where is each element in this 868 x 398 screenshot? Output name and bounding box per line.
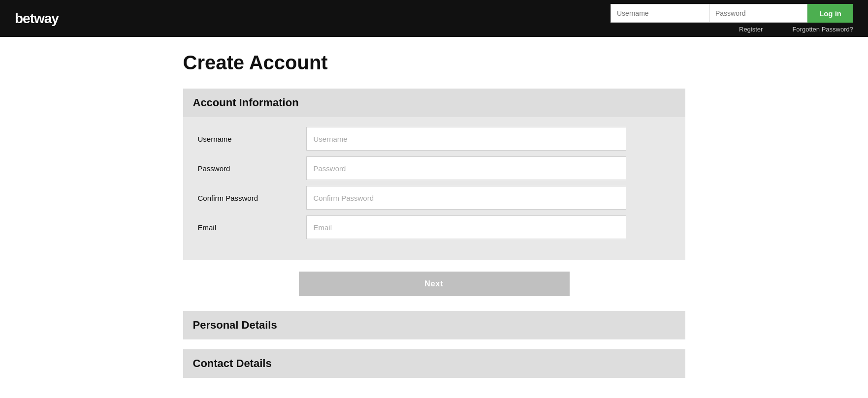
login-button[interactable]: Log in: [807, 4, 853, 23]
contact-details-section: Contact Details: [183, 349, 685, 378]
register-link[interactable]: Register: [739, 26, 763, 33]
next-button-wrapper: Next: [183, 272, 685, 296]
email-field[interactable]: [306, 215, 626, 239]
next-button[interactable]: Next: [299, 272, 570, 296]
personal-details-header: Personal Details: [183, 311, 685, 339]
contact-details-header: Contact Details: [183, 349, 685, 378]
confirm-password-row: Confirm Password: [198, 186, 671, 210]
password-label: Password: [198, 164, 306, 173]
logo: betway: [15, 11, 59, 27]
username-field[interactable]: [306, 127, 626, 151]
header: betway Log in Register Forgotten Passwor…: [0, 0, 868, 37]
page-title: Create Account: [183, 52, 685, 74]
password-row: Password: [198, 156, 671, 180]
email-label: Email: [198, 223, 306, 232]
header-links: Register Forgotten Password?: [739, 26, 853, 33]
username-row: Username: [198, 127, 671, 151]
email-row: Email: [198, 215, 671, 239]
header-right: Log in Register Forgotten Password?: [611, 4, 853, 33]
header-username-input[interactable]: [611, 4, 709, 23]
password-field[interactable]: [306, 156, 626, 180]
header-inputs: Log in: [611, 4, 853, 23]
personal-details-section: Personal Details: [183, 311, 685, 339]
account-information-header: Account Information: [183, 89, 685, 117]
header-password-input[interactable]: [709, 4, 807, 23]
confirm-password-field[interactable]: [306, 186, 626, 210]
account-information-section: Account Information Username Password Co…: [183, 89, 685, 260]
username-label: Username: [198, 135, 306, 143]
account-information-body: Username Password Confirm Password Email: [183, 117, 685, 260]
forgotten-password-link[interactable]: Forgotten Password?: [792, 26, 853, 33]
main-content: Create Account Account Information Usern…: [163, 37, 705, 398]
confirm-password-label: Confirm Password: [198, 194, 306, 202]
